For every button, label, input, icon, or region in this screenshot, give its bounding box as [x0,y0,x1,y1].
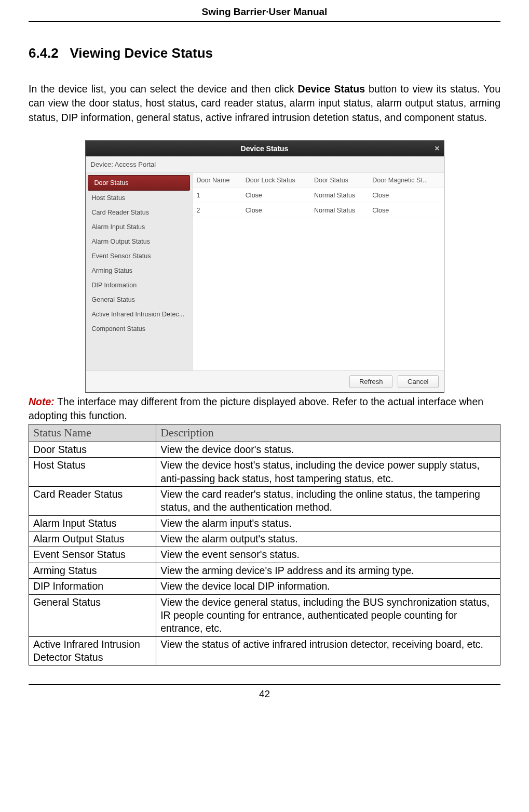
sidebar-item-event-sensor-status[interactable]: Event Sensor Status [86,249,192,263]
desc-row: General StatusView the device general st… [29,594,500,636]
cell: Close [368,203,443,218]
device-label: Device: [91,161,113,168]
running-footer: 42 [29,684,500,703]
desc-row: Card Reader StatusView the card reader's… [29,487,500,516]
close-icon[interactable]: × [435,141,439,156]
desc-name: DIP Information [29,579,156,594]
desc-row: Alarm Input StatusView the alarm input's… [29,515,500,531]
device-name: Access Portal [115,161,156,168]
desc-row: DIP InformationView the device local DIP… [29,579,500,594]
device-status-dialog: Device Status × Device: Access Portal Do… [85,140,444,393]
running-header: Swing Barrier·User Manual [29,0,500,22]
desc-text: View the arming device's IP address and … [156,563,500,578]
desc-text: View the device host's status, including… [156,458,500,487]
desc-name: Host Status [29,458,156,487]
cell: 2 [193,203,241,218]
desc-name: Active Infrared Intrusion Detector Statu… [29,636,156,665]
desc-text: View the status of active infrared intru… [156,636,500,665]
dialog-sidebar: Door Status Host Status Card Reader Stat… [86,173,193,370]
cell: Close [241,188,310,203]
cancel-button[interactable]: Cancel [398,375,438,388]
cell: Normal Status [310,203,368,218]
sidebar-item-door-status[interactable]: Door Status [88,175,190,191]
col-door-name[interactable]: Door Name [193,173,241,188]
status-table: Door Name Door Lock Status Door Status D… [193,173,444,218]
dialog-titlebar: Device Status × [86,141,444,156]
desc-row: Host StatusView the device host's status… [29,458,500,487]
sidebar-item-dip-information[interactable]: DIP Information [86,278,192,292]
desc-row: Alarm Output StatusView the alarm output… [29,531,500,547]
cell: Close [241,203,310,218]
desc-head-name: Status Name [29,424,156,442]
section-title: Viewing Device Status [70,45,213,61]
desc-text: View the device general status, includin… [156,594,500,636]
sidebar-item-active-infrared[interactable]: Active Infrared Intrusion Detec... [86,307,192,322]
desc-text: View the device local DIP information. [156,579,500,594]
sidebar-item-arming-status[interactable]: Arming Status [86,263,192,278]
desc-text: View the alarm input's status. [156,515,500,531]
description-table: Status Name Description Door StatusView … [29,424,500,665]
table-row[interactable]: 2 Close Normal Status Close [193,203,444,218]
desc-row: Door StatusView the device door's status… [29,442,500,458]
col-door-status[interactable]: Door Status [310,173,368,188]
sidebar-item-alarm-input-status[interactable]: Alarm Input Status [86,220,192,234]
dialog-title: Device Status [241,144,289,153]
sidebar-item-card-reader-status[interactable]: Card Reader Status [86,205,192,220]
sidebar-item-alarm-output-status[interactable]: Alarm Output Status [86,234,192,249]
note-label: Note: [29,396,55,407]
desc-text: View the device door's status. [156,442,500,458]
col-door-magnetic[interactable]: Door Magnetic St... [368,173,443,188]
desc-name: General Status [29,594,156,636]
desc-name: Event Sensor Status [29,547,156,563]
note-text: The interface may different from the pic… [29,396,483,421]
dialog-content: Door Name Door Lock Status Door Status D… [193,173,444,370]
desc-name: Door Status [29,442,156,458]
desc-row: Arming StatusView the arming device's IP… [29,563,500,578]
section-heading: 6.4.2 Viewing Device Status [29,45,500,61]
intro-a: In the device list, you can select the d… [29,83,298,95]
desc-head-desc: Description [156,424,500,442]
desc-row: Event Sensor StatusView the event sensor… [29,547,500,563]
note-line: Note: The interface may different from t… [29,395,500,423]
cell: 1 [193,188,241,203]
sidebar-item-component-status[interactable]: Component Status [86,322,192,336]
desc-row: Active Infrared Intrusion Detector Statu… [29,636,500,665]
dialog-device-row: Device: Access Portal [86,156,444,173]
sidebar-item-host-status[interactable]: Host Status [86,191,192,205]
desc-name: Card Reader Status [29,487,156,516]
col-door-lock-status[interactable]: Door Lock Status [241,173,310,188]
table-row[interactable]: 1 Close Normal Status Close [193,188,444,203]
section-number: 6.4.2 [29,45,59,61]
desc-text: View the alarm output's status. [156,531,500,547]
cell: Normal Status [310,188,368,203]
desc-text: View the card reader's status, including… [156,487,500,516]
cell: Close [368,188,443,203]
dialog-footer: Refresh Cancel [86,370,444,392]
desc-text: View the event sensor's status. [156,547,500,563]
desc-name: Arming Status [29,563,156,578]
refresh-button[interactable]: Refresh [349,375,393,388]
intro-strong: Device Status [298,83,365,95]
desc-name: Alarm Output Status [29,531,156,547]
intro-paragraph: In the device list, you can select the d… [29,82,500,125]
sidebar-item-general-status[interactable]: General Status [86,292,192,307]
desc-name: Alarm Input Status [29,515,156,531]
